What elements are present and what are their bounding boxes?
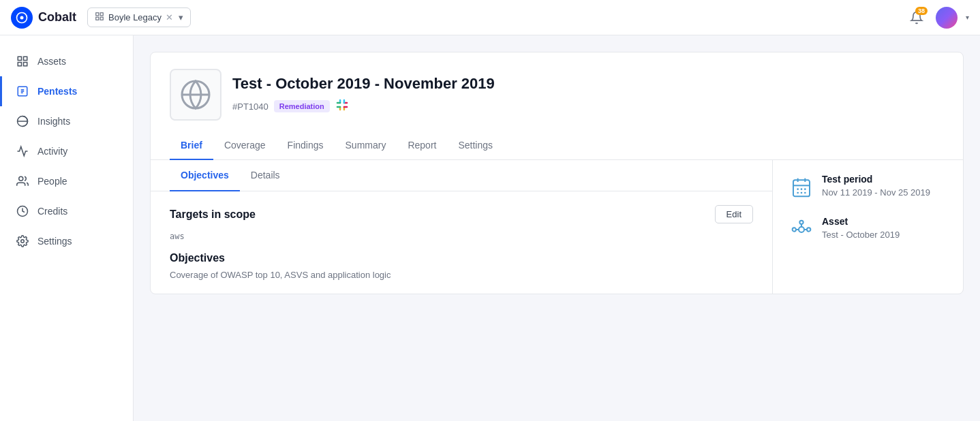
building-icon [95, 12, 104, 23]
card-side-panel: Test period Nov 11 2019 - Nov 25 2019 [772, 160, 963, 294]
main-tabs: Brief Coverage Findings Summary Report S… [151, 131, 963, 160]
avatar[interactable] [936, 7, 958, 29]
sidebar-item-assets[interactable]: Assets [0, 46, 133, 76]
card-header: Test - October 2019 - November 2019 #PT1… [151, 52, 963, 121]
pentest-id: #PT1040 [232, 102, 269, 112]
topbar-right: 38 ▾ [906, 7, 969, 29]
svg-rect-19 [336, 102, 341, 104]
tab-summary[interactable]: Summary [335, 131, 397, 160]
logo-text: Cobalt [38, 10, 76, 25]
slack-logo-icon [335, 98, 349, 112]
org-name: Boyle Legacy [108, 12, 162, 22]
sub-tab-objectives[interactable]: Objectives [170, 160, 240, 191]
sidebar-item-pentests[interactable]: Pentests [0, 76, 133, 106]
insights-label: Insights [37, 116, 70, 127]
svg-rect-9 [24, 63, 27, 66]
sidebar-item-insights[interactable]: Insights [0, 106, 133, 136]
topbar-left: Cobalt Boyle Legacy ✕ ▾ [11, 7, 191, 29]
svg-rect-23 [336, 106, 341, 108]
sidebar-item-settings[interactable]: Settings [0, 226, 133, 256]
test-period-label: Test period [822, 174, 930, 185]
people-label: People [37, 176, 67, 187]
pentests-label: Pentests [37, 86, 77, 97]
card-title-section: Test - October 2019 - November 2019 #PT1… [232, 75, 944, 115]
logo: Cobalt [11, 7, 76, 29]
notification-button[interactable]: 38 [906, 7, 928, 29]
test-period-item: Test period Nov 11 2019 - Nov 25 2019 [789, 174, 947, 200]
calendar-svg [791, 176, 812, 198]
tab-report[interactable]: Report [397, 131, 447, 160]
topbar: Cobalt Boyle Legacy ✕ ▾ 38 ▾ [0, 0, 980, 35]
credits-label: Credits [37, 206, 67, 217]
notification-badge: 38 [915, 7, 928, 15]
objectives-section-title: Objectives [170, 252, 753, 264]
targets-title: Targets in scope [170, 208, 256, 221]
asset-value: Test - October 2019 [822, 230, 900, 240]
assets-label: Assets [37, 56, 66, 67]
sub-tabs: Objectives Details [151, 160, 772, 191]
assets-icon [16, 54, 29, 68]
objectives-text: Coverage of OWASP top 10, ASVS and appli… [170, 270, 753, 280]
settings-icon [16, 234, 29, 248]
card-body: Objectives Details Targets in scope Edit… [151, 160, 963, 294]
svg-point-35 [799, 227, 804, 232]
network-icon [789, 217, 814, 242]
targets-header: Targets in scope Edit [170, 205, 753, 223]
org-chevron-icon[interactable]: ▾ [179, 12, 183, 22]
asset-item: Asset Test - October 2019 [789, 216, 947, 242]
asset-icon [170, 69, 221, 121]
tab-coverage[interactable]: Coverage [213, 131, 277, 160]
tab-brief[interactable]: Brief [170, 131, 213, 160]
main-layout: Assets Pentests Insights [0, 35, 980, 421]
pentest-title: Test - October 2019 - November 2019 [232, 75, 944, 93]
sidebar: Assets Pentests Insights [0, 35, 134, 421]
asset-content: Asset Test - October 2019 [822, 216, 900, 240]
svg-rect-3 [100, 13, 103, 16]
edit-button[interactable]: Edit [715, 205, 753, 223]
status-badge: Remediation [274, 100, 330, 112]
asset-label: Asset [822, 216, 900, 227]
network-svg [791, 219, 812, 240]
globe-icon [179, 78, 212, 111]
sidebar-item-credits[interactable]: Credits [0, 196, 133, 226]
slack-icon [335, 98, 349, 115]
org-selector[interactable]: Boyle Legacy ✕ ▾ [87, 7, 191, 27]
logo-icon [11, 7, 33, 29]
svg-point-38 [799, 221, 803, 224]
activity-icon [16, 144, 29, 158]
test-period-content: Test period Nov 11 2019 - Nov 25 2019 [822, 174, 930, 198]
sidebar-item-activity[interactable]: Activity [0, 136, 133, 166]
aws-tag: aws [170, 232, 753, 241]
svg-rect-24 [343, 106, 348, 108]
svg-point-1 [20, 16, 24, 19]
svg-rect-2 [96, 13, 99, 16]
insights-icon [16, 114, 29, 128]
svg-rect-21 [343, 99, 345, 104]
sidebar-item-people[interactable]: People [0, 166, 133, 196]
settings-label: Settings [37, 236, 72, 247]
svg-rect-6 [18, 57, 21, 60]
test-period-value: Nov 11 2019 - Nov 25 2019 [822, 187, 930, 198]
svg-point-37 [807, 228, 810, 231]
avatar-chevron-icon[interactable]: ▾ [966, 14, 969, 21]
cobalt-logo-icon [15, 11, 29, 25]
svg-rect-5 [96, 17, 99, 20]
activity-label: Activity [37, 146, 67, 157]
sub-tab-details[interactable]: Details [240, 160, 291, 191]
people-icon [16, 174, 29, 188]
credits-icon [16, 204, 29, 218]
tab-findings[interactable]: Findings [277, 131, 335, 160]
pentests-icon [16, 84, 29, 98]
svg-rect-4 [100, 17, 103, 20]
main-content: Test - October 2019 - November 2019 #PT1… [134, 35, 980, 421]
org-clear-button[interactable]: ✕ [166, 12, 173, 22]
targets-section: Targets in scope Edit aws Objectives Cov… [151, 191, 772, 294]
svg-rect-8 [18, 63, 21, 66]
svg-rect-7 [24, 57, 27, 60]
card-main: Objectives Details Targets in scope Edit… [151, 160, 772, 294]
tab-settings[interactable]: Settings [447, 131, 504, 160]
calendar-icon [789, 175, 814, 200]
svg-point-14 [21, 240, 25, 243]
card-meta: #PT1040 Remediation [232, 98, 944, 115]
pentest-card: Test - October 2019 - November 2019 #PT1… [150, 52, 964, 294]
